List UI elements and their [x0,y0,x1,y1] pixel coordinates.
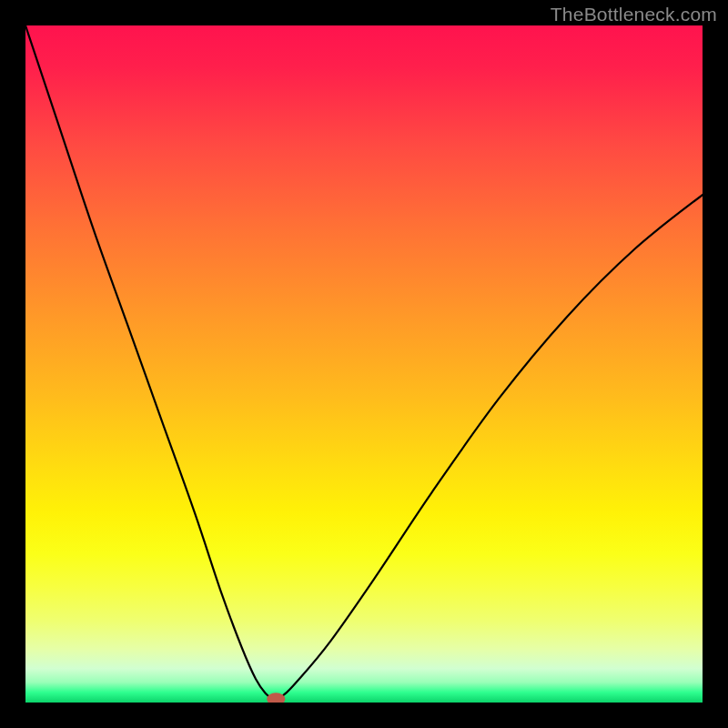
optimal-point-marker [267,693,285,703]
bottleneck-curve [25,25,703,703]
curve-path [25,25,703,700]
chart-frame: TheBottleneck.com [0,0,728,728]
plot-area [25,25,703,703]
watermark-text: TheBottleneck.com [551,4,717,25]
